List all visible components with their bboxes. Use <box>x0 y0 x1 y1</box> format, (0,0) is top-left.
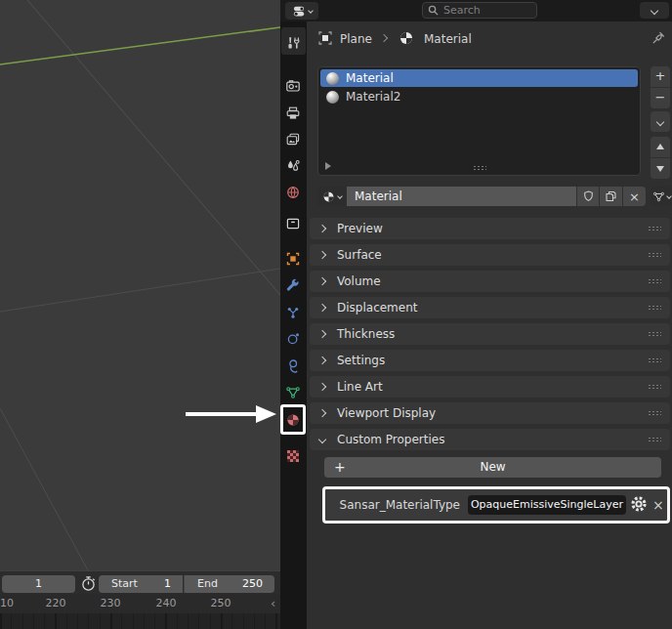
panel-label: Line Art <box>337 380 383 394</box>
chevron-down-icon <box>318 436 326 443</box>
move-slot-up-button[interactable] <box>651 137 670 157</box>
tab-collection[interactable] <box>285 216 301 231</box>
panel-grip-handle[interactable] <box>648 410 661 416</box>
tab-particles[interactable] <box>285 305 301 320</box>
gear-icon[interactable] <box>630 495 648 513</box>
ruler-tick-label: 220 <box>46 597 66 609</box>
panel-grip-handle[interactable] <box>648 384 661 390</box>
panel-header-displacement[interactable]: Displacement <box>310 297 670 318</box>
breadcrumb-chevron-icon <box>380 34 388 42</box>
move-slot-down-button[interactable] <box>651 158 670 179</box>
tab-texture[interactable] <box>285 448 301 464</box>
scrollbar-left-arrow[interactable]: ‹ <box>271 597 280 610</box>
add-slot-button[interactable]: + <box>651 66 670 87</box>
material-sphere-icon <box>326 91 339 104</box>
search-box[interactable] <box>422 2 537 19</box>
chevron-right-icon <box>318 251 326 259</box>
tab-modifiers[interactable] <box>285 278 301 294</box>
fake-user-button[interactable] <box>577 187 599 206</box>
panel-header-custom-properties[interactable]: Custom Properties <box>310 429 670 450</box>
panel-header-line-art[interactable]: Line Art <box>310 376 670 398</box>
object-brackets-icon <box>285 251 301 267</box>
pin-icon[interactable] <box>651 30 666 46</box>
panel-header-volume[interactable]: Volume <box>310 271 670 292</box>
panel-grip-handle[interactable] <box>648 226 661 231</box>
particles-nodes-icon <box>285 305 301 320</box>
stopwatch-icon[interactable] <box>80 575 97 592</box>
header-options-button[interactable] <box>640 2 669 19</box>
chevron-right-icon <box>318 383 326 391</box>
tab-world[interactable] <box>285 185 301 200</box>
material-slot-row[interactable]: Material <box>320 69 638 87</box>
start-value: 1 <box>164 575 171 593</box>
ruler-tick-label: 10 <box>0 597 14 609</box>
delete-property-icon[interactable]: × <box>652 497 664 513</box>
viewport-grid <box>0 0 280 570</box>
tab-scene[interactable] <box>285 158 301 174</box>
tab-output[interactable] <box>285 105 301 121</box>
timeline-ruler[interactable]: 10 220 230 240 250 <box>0 594 280 613</box>
panel-grip-handle[interactable] <box>648 331 661 337</box>
panel-header-surface[interactable]: Surface <box>310 244 670 266</box>
world-globe-icon <box>285 185 301 200</box>
chevron-down-icon <box>337 193 343 199</box>
panel-grip-handle[interactable] <box>648 437 661 442</box>
duplicate-icon <box>605 189 617 203</box>
chevron-right-icon <box>318 225 326 232</box>
breadcrumb-object[interactable]: Plane <box>340 32 372 46</box>
breadcrumb-datablock[interactable]: Material <box>424 32 472 46</box>
render-camera-icon <box>285 78 301 94</box>
tab-render[interactable] <box>285 78 301 94</box>
end-label: End <box>197 575 218 593</box>
search-icon <box>428 5 439 16</box>
panel-header-thickness[interactable]: Thickness <box>310 323 670 345</box>
remove-slot-button[interactable]: − <box>651 88 670 108</box>
panel-grip-handle[interactable] <box>648 357 661 363</box>
frame-start-field[interactable]: Start 1 <box>99 575 183 593</box>
panel-label: Preview <box>337 222 383 235</box>
printer-icon <box>285 105 301 121</box>
panel-label: Viewport Display <box>337 406 436 420</box>
search-input[interactable] <box>443 4 531 17</box>
panel-label: Surface <box>337 248 382 262</box>
tab-object[interactable] <box>285 251 301 267</box>
new-material-copy-button[interactable] <box>600 187 622 206</box>
material-slot-row[interactable]: Material2 <box>320 88 638 105</box>
unlink-material-button[interactable]: × <box>623 187 646 206</box>
properties-header-bar <box>280 0 672 21</box>
tab-tool[interactable] <box>285 35 301 51</box>
material-name-field[interactable]: Material <box>347 187 576 206</box>
property-value-field[interactable]: OpaqueEmissiveSingleLayer <box>468 495 626 515</box>
panel-grip-handle[interactable] <box>648 278 661 284</box>
timeline-track[interactable] <box>0 613 280 629</box>
slot-specials-button[interactable] <box>651 111 670 132</box>
frame-end-field[interactable]: End 250 <box>184 575 274 593</box>
constraints-icon <box>285 358 301 374</box>
tab-physics[interactable] <box>285 331 301 347</box>
new-property-button[interactable]: + New <box>324 457 661 478</box>
panel-label: Displacement <box>337 301 418 314</box>
material-sphere-icon <box>326 72 339 85</box>
slot-name: Material2 <box>346 90 400 104</box>
3d-viewport[interactable] <box>0 0 280 570</box>
tab-constraints[interactable] <box>285 358 301 374</box>
material-tab-highlight-annotation <box>280 404 306 435</box>
panel-grip-handle[interactable] <box>648 252 661 258</box>
chevron-right-icon <box>318 304 326 312</box>
link-material-dropdown[interactable] <box>651 187 672 206</box>
list-filter-expand-icon[interactable] <box>325 162 331 170</box>
current-frame-field[interactable]: 1 <box>2 575 75 593</box>
timeline-editor[interactable]: 1 Start 1 End 250 10 220 230 240 250 ‹ <box>0 570 280 629</box>
panel-header-settings[interactable]: Settings <box>310 350 670 371</box>
list-resize-grip[interactable] <box>473 165 486 171</box>
panel-header-preview[interactable]: Preview <box>310 218 670 239</box>
material-slots-list[interactable]: Material Material2 <box>317 66 641 176</box>
editor-type-button[interactable] <box>285 2 318 20</box>
panel-grip-handle[interactable] <box>648 305 661 311</box>
tab-view-layer[interactable] <box>285 132 301 147</box>
tab-object-data[interactable] <box>285 385 301 400</box>
properties-tab-strip <box>280 21 307 629</box>
panel-header-viewport-display[interactable]: Viewport Display <box>310 402 670 424</box>
annotation-arrow <box>182 402 279 426</box>
browse-material-button[interactable] <box>317 187 346 206</box>
